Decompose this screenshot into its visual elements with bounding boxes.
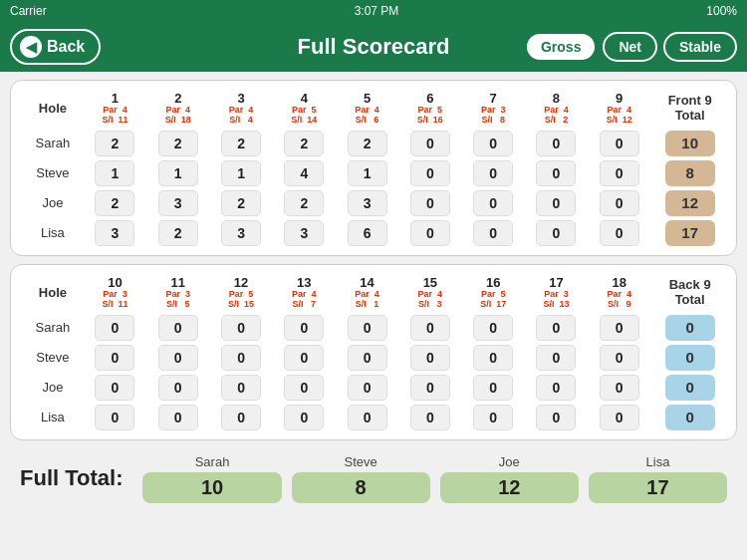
lisa-f9-h1[interactable]: 3: [85, 219, 145, 247]
header-bar: ◀ Back Full Scorecard Gross Net Stable: [0, 22, 747, 72]
steve-f9-h3[interactable]: 1: [210, 159, 271, 187]
steve-b9-h11[interactable]: 0: [147, 344, 208, 372]
joe-f9-total: 12: [651, 189, 728, 217]
steve-b9-h16[interactable]: 0: [463, 344, 524, 372]
sarah-b9-h13[interactable]: 0: [274, 314, 335, 342]
back-button[interactable]: ◀ Back: [10, 29, 101, 65]
full-total-label: Full Total:: [20, 465, 123, 491]
joe-f9-h8[interactable]: 0: [526, 189, 587, 217]
sarah-name-f9: Sarah: [19, 130, 83, 157]
sarah-f9-h1[interactable]: 2: [85, 130, 145, 157]
sarah-f9-h8[interactable]: 0: [526, 130, 587, 157]
steve-b9-h15[interactable]: 0: [399, 344, 460, 372]
front9-header-row: Hole 1 Par 4S/I 11 2 Par 4S/I 18 3 Par 4…: [19, 89, 728, 128]
lisa-f9-h6[interactable]: 0: [399, 219, 460, 247]
time-text: 3:07 PM: [355, 4, 399, 18]
lisa-f9-h4[interactable]: 3: [274, 219, 335, 247]
sarah-b9-h12[interactable]: 0: [210, 314, 271, 342]
sarah-total-name: Sarah: [195, 454, 230, 469]
joe-b9-h15[interactable]: 0: [399, 374, 460, 402]
joe-f9-h7[interactable]: 0: [463, 189, 524, 217]
sarah-b9-h16[interactable]: 0: [463, 314, 524, 342]
steve-b9-h18[interactable]: 0: [589, 344, 649, 372]
hole-col-header: Hole: [19, 89, 83, 128]
steve-f9-h4[interactable]: 4: [274, 159, 335, 187]
hole-15-header: 15 Par 4S/I 3: [399, 273, 460, 312]
lisa-f9-h9[interactable]: 0: [589, 219, 649, 247]
joe-b9-h13[interactable]: 0: [274, 374, 335, 402]
steve-b9-h17[interactable]: 0: [526, 344, 587, 372]
sarah-f9-h2[interactable]: 2: [147, 130, 208, 157]
back9-header-row: Hole 10 Par 3S/I 11 11 Par 3S/I 5 12 Par…: [19, 273, 728, 312]
net-button[interactable]: Net: [603, 32, 657, 62]
joe-f9-h4[interactable]: 2: [274, 189, 335, 217]
sarah-b9-h17[interactable]: 0: [526, 314, 587, 342]
lisa-f9-h5[interactable]: 6: [337, 219, 397, 247]
lisa-f9-h2[interactable]: 2: [147, 219, 208, 247]
lisa-f9-h7[interactable]: 0: [463, 219, 524, 247]
sarah-b9-total: 0: [651, 314, 728, 342]
steve-b9-h10[interactable]: 0: [85, 344, 145, 372]
lisa-b9-h15[interactable]: 0: [399, 404, 460, 431]
full-total-section: Full Total: Sarah 10 Steve 8 Joe 12 Lisa…: [10, 448, 737, 509]
steve-b9-h12[interactable]: 0: [210, 344, 271, 372]
sarah-total-block: Sarah 10: [142, 454, 281, 503]
joe-b9-h16[interactable]: 0: [463, 374, 524, 402]
sarah-b9-h11[interactable]: 0: [147, 314, 208, 342]
lisa-b9-h11[interactable]: 0: [147, 404, 208, 431]
sarah-f9-h3[interactable]: 2: [210, 130, 271, 157]
lisa-b9-h17[interactable]: 0: [526, 404, 587, 431]
joe-f9-h6[interactable]: 0: [399, 189, 460, 217]
sarah-f9-h7[interactable]: 0: [463, 130, 524, 157]
front9-table: Hole 1 Par 4S/I 11 2 Par 4S/I 18 3 Par 4…: [17, 87, 730, 249]
joe-f9-h1[interactable]: 2: [85, 189, 145, 217]
joe-b9-h17[interactable]: 0: [526, 374, 587, 402]
lisa-b9-h12[interactable]: 0: [210, 404, 271, 431]
sarah-f9-h9[interactable]: 0: [589, 130, 649, 157]
lisa-b9-h10[interactable]: 0: [85, 404, 145, 431]
steve-f9-h7[interactable]: 0: [463, 159, 524, 187]
hole-16-header: 16 Par 5S/I 17: [463, 273, 524, 312]
main-content: Hole 1 Par 4S/I 11 2 Par 4S/I 18 3 Par 4…: [0, 72, 747, 517]
joe-b9-h11[interactable]: 0: [147, 374, 208, 402]
sarah-b9-h15[interactable]: 0: [399, 314, 460, 342]
steve-b9-h14[interactable]: 0: [337, 344, 397, 372]
steve-f9-h2[interactable]: 1: [147, 159, 208, 187]
lisa-b9-h16[interactable]: 0: [463, 404, 524, 431]
joe-b9-h14[interactable]: 0: [337, 374, 397, 402]
sarah-f9-h4[interactable]: 2: [274, 130, 335, 157]
sarah-f9-h6[interactable]: 0: [399, 130, 460, 157]
lisa-b9-h13[interactable]: 0: [274, 404, 335, 431]
steve-f9-h6[interactable]: 0: [399, 159, 460, 187]
joe-b9-h12[interactable]: 0: [210, 374, 271, 402]
steve-f9-h8[interactable]: 0: [526, 159, 587, 187]
sarah-b9-h10[interactable]: 0: [85, 314, 145, 342]
joe-name-f9: Joe: [19, 189, 83, 217]
hole-4-header: 4 Par 5S/I 14: [274, 89, 335, 128]
joe-front9-row: Joe 2 3 2 2 3 0 0 0 0 12: [19, 189, 728, 217]
lisa-b9-h18[interactable]: 0: [589, 404, 649, 431]
steve-f9-h5[interactable]: 1: [337, 159, 397, 187]
sarah-b9-h14[interactable]: 0: [337, 314, 397, 342]
sarah-f9-h5[interactable]: 2: [337, 130, 397, 157]
joe-f9-h5[interactable]: 3: [337, 189, 397, 217]
lisa-b9-h14[interactable]: 0: [337, 404, 397, 431]
steve-f9-h1[interactable]: 1: [85, 159, 145, 187]
steve-f9-h9[interactable]: 0: [589, 159, 649, 187]
joe-f9-h3[interactable]: 2: [210, 189, 271, 217]
joe-f9-h9[interactable]: 0: [589, 189, 649, 217]
sarah-b9-h18[interactable]: 0: [589, 314, 649, 342]
joe-b9-h10[interactable]: 0: [85, 374, 145, 402]
score-mode-buttons: Gross Net Stable: [525, 32, 737, 62]
stable-button[interactable]: Stable: [663, 32, 737, 62]
steve-b9-h13[interactable]: 0: [274, 344, 335, 372]
lisa-f9-h8[interactable]: 0: [526, 219, 587, 247]
joe-name-b9: Joe: [19, 374, 83, 402]
joe-f9-h2[interactable]: 3: [147, 189, 208, 217]
hole-12-header: 12 Par 5S/I 15: [210, 273, 271, 312]
lisa-f9-h3[interactable]: 3: [210, 219, 271, 247]
hole-10-header: 10 Par 3S/I 11: [85, 273, 145, 312]
sarah-front9-row: Sarah 2 2 2 2 2 0 0 0 0 10: [19, 130, 728, 157]
joe-b9-h18[interactable]: 0: [589, 374, 649, 402]
gross-button[interactable]: Gross: [525, 32, 597, 62]
